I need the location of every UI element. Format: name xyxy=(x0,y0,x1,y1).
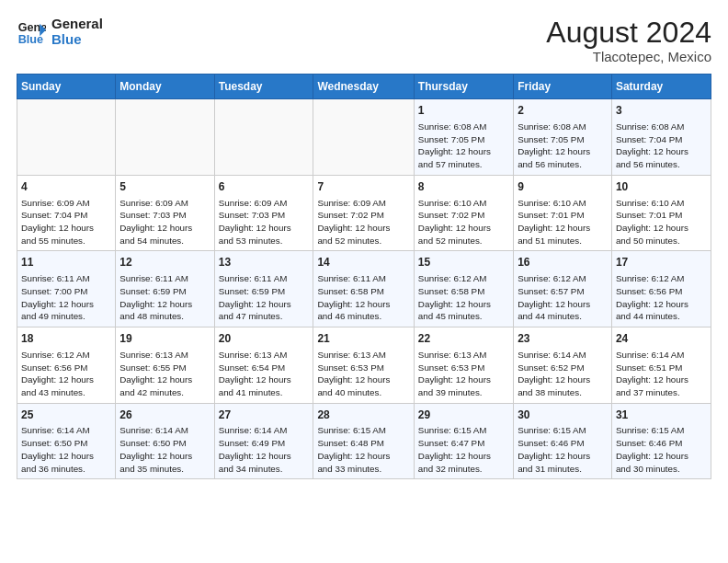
day-cell xyxy=(116,99,214,176)
day-cell: 26Sunrise: 6:14 AM Sunset: 6:50 PM Dayli… xyxy=(116,403,214,479)
day-info: Sunrise: 6:13 AM Sunset: 6:55 PM Dayligh… xyxy=(119,349,210,399)
logo-blue: Blue xyxy=(51,32,103,48)
day-info: Sunrise: 6:14 AM Sunset: 6:50 PM Dayligh… xyxy=(119,424,210,475)
day-info: Sunrise: 6:08 AM Sunset: 7:05 PM Dayligh… xyxy=(418,121,509,171)
day-cell xyxy=(17,99,116,176)
calendar-table: SundayMondayTuesdayWednesdayThursdayFrid… xyxy=(17,74,711,479)
day-cell: 23Sunrise: 6:14 AM Sunset: 6:52 PM Dayli… xyxy=(514,327,612,404)
day-number: 3 xyxy=(616,103,707,119)
day-number: 15 xyxy=(418,255,509,270)
day-number: 22 xyxy=(418,331,509,347)
day-cell: 1Sunrise: 6:08 AM Sunset: 7:05 PM Daylig… xyxy=(414,99,513,176)
day-number: 9 xyxy=(518,179,608,195)
day-info: Sunrise: 6:14 AM Sunset: 6:49 PM Dayligh… xyxy=(219,424,310,475)
day-number: 30 xyxy=(518,408,608,423)
day-cell: 7Sunrise: 6:09 AM Sunset: 7:02 PM Daylig… xyxy=(313,175,414,251)
day-info: Sunrise: 6:10 AM Sunset: 7:01 PM Dayligh… xyxy=(518,197,608,247)
day-number: 11 xyxy=(21,255,111,270)
weekday-header-thursday: Thursday xyxy=(414,75,513,99)
day-number: 12 xyxy=(119,255,210,270)
day-number: 27 xyxy=(219,408,310,423)
day-cell: 15Sunrise: 6:12 AM Sunset: 6:58 PM Dayli… xyxy=(414,251,513,327)
day-cell xyxy=(214,99,313,176)
day-cell: 25Sunrise: 6:14 AM Sunset: 6:50 PM Dayli… xyxy=(17,403,116,479)
day-cell: 20Sunrise: 6:13 AM Sunset: 6:54 PM Dayli… xyxy=(214,327,313,404)
day-cell: 8Sunrise: 6:10 AM Sunset: 7:02 PM Daylig… xyxy=(414,175,513,251)
day-number: 5 xyxy=(119,179,210,195)
day-cell: 11Sunrise: 6:11 AM Sunset: 7:00 PM Dayli… xyxy=(17,251,116,327)
day-cell: 14Sunrise: 6:11 AM Sunset: 6:58 PM Dayli… xyxy=(313,251,414,327)
day-info: Sunrise: 6:11 AM Sunset: 6:59 PM Dayligh… xyxy=(219,272,310,323)
day-info: Sunrise: 6:15 AM Sunset: 6:46 PM Dayligh… xyxy=(616,424,707,475)
day-cell: 13Sunrise: 6:11 AM Sunset: 6:59 PM Dayli… xyxy=(214,251,313,327)
day-cell: 17Sunrise: 6:12 AM Sunset: 6:56 PM Dayli… xyxy=(611,251,711,327)
day-info: Sunrise: 6:08 AM Sunset: 7:05 PM Dayligh… xyxy=(518,121,608,171)
day-cell: 31Sunrise: 6:15 AM Sunset: 6:46 PM Dayli… xyxy=(611,403,711,479)
day-cell: 2Sunrise: 6:08 AM Sunset: 7:05 PM Daylig… xyxy=(514,99,612,176)
weekday-header-friday: Friday xyxy=(514,75,612,99)
day-info: Sunrise: 6:11 AM Sunset: 6:58 PM Dayligh… xyxy=(317,272,409,323)
day-number: 4 xyxy=(21,179,111,195)
day-info: Sunrise: 6:10 AM Sunset: 7:02 PM Dayligh… xyxy=(418,197,509,247)
page: General Blue General Blue August 2024 Tl… xyxy=(0,0,728,490)
weekday-header-tuesday: Tuesday xyxy=(214,75,313,99)
day-number: 29 xyxy=(418,408,509,423)
day-info: Sunrise: 6:09 AM Sunset: 7:04 PM Dayligh… xyxy=(21,197,111,247)
day-cell: 27Sunrise: 6:14 AM Sunset: 6:49 PM Dayli… xyxy=(214,403,313,479)
day-number: 25 xyxy=(21,408,111,423)
day-cell: 3Sunrise: 6:08 AM Sunset: 7:04 PM Daylig… xyxy=(611,99,711,176)
day-info: Sunrise: 6:12 AM Sunset: 6:58 PM Dayligh… xyxy=(418,272,509,323)
weekday-header-saturday: Saturday xyxy=(611,75,711,99)
location: Tlacotepec, Mexico xyxy=(546,49,711,64)
day-info: Sunrise: 6:13 AM Sunset: 6:54 PM Dayligh… xyxy=(219,349,310,399)
day-number: 19 xyxy=(119,331,210,347)
header: General Blue General Blue August 2024 Tl… xyxy=(17,17,711,64)
day-number: 17 xyxy=(616,255,707,270)
day-cell: 16Sunrise: 6:12 AM Sunset: 6:57 PM Dayli… xyxy=(514,251,612,327)
weekday-header-monday: Monday xyxy=(116,75,214,99)
day-number: 23 xyxy=(518,331,608,347)
day-info: Sunrise: 6:11 AM Sunset: 6:59 PM Dayligh… xyxy=(119,272,210,323)
day-number: 16 xyxy=(518,255,608,270)
day-number: 2 xyxy=(518,103,608,119)
day-info: Sunrise: 6:15 AM Sunset: 6:46 PM Dayligh… xyxy=(518,424,608,475)
month-year: August 2024 xyxy=(546,17,711,49)
day-info: Sunrise: 6:09 AM Sunset: 7:03 PM Dayligh… xyxy=(119,197,210,247)
day-number: 1 xyxy=(418,103,509,119)
day-number: 21 xyxy=(317,331,409,347)
day-info: Sunrise: 6:08 AM Sunset: 7:04 PM Dayligh… xyxy=(616,121,707,171)
day-number: 31 xyxy=(616,408,707,423)
day-cell: 12Sunrise: 6:11 AM Sunset: 6:59 PM Dayli… xyxy=(116,251,214,327)
day-number: 18 xyxy=(21,331,111,347)
day-info: Sunrise: 6:09 AM Sunset: 7:02 PM Dayligh… xyxy=(317,197,409,247)
day-number: 28 xyxy=(317,408,409,423)
day-cell xyxy=(313,99,414,176)
day-info: Sunrise: 6:11 AM Sunset: 7:00 PM Dayligh… xyxy=(21,272,111,323)
day-info: Sunrise: 6:14 AM Sunset: 6:52 PM Dayligh… xyxy=(518,349,608,399)
day-cell: 28Sunrise: 6:15 AM Sunset: 6:48 PM Dayli… xyxy=(313,403,414,479)
week-row-5: 25Sunrise: 6:14 AM Sunset: 6:50 PM Dayli… xyxy=(17,403,711,479)
day-cell: 21Sunrise: 6:13 AM Sunset: 6:53 PM Dayli… xyxy=(313,327,414,404)
day-info: Sunrise: 6:13 AM Sunset: 6:53 PM Dayligh… xyxy=(317,349,409,399)
day-cell: 18Sunrise: 6:12 AM Sunset: 6:56 PM Dayli… xyxy=(17,327,116,404)
weekday-header-wednesday: Wednesday xyxy=(313,75,414,99)
week-row-1: 1Sunrise: 6:08 AM Sunset: 7:05 PM Daylig… xyxy=(17,99,711,176)
day-cell: 5Sunrise: 6:09 AM Sunset: 7:03 PM Daylig… xyxy=(116,175,214,251)
day-cell: 24Sunrise: 6:14 AM Sunset: 6:51 PM Dayli… xyxy=(611,327,711,404)
day-cell: 4Sunrise: 6:09 AM Sunset: 7:04 PM Daylig… xyxy=(17,175,116,251)
weekday-header-row: SundayMondayTuesdayWednesdayThursdayFrid… xyxy=(17,75,711,99)
week-row-3: 11Sunrise: 6:11 AM Sunset: 7:00 PM Dayli… xyxy=(17,251,711,327)
day-cell: 22Sunrise: 6:13 AM Sunset: 6:53 PM Dayli… xyxy=(414,327,513,404)
day-number: 26 xyxy=(119,408,210,423)
day-info: Sunrise: 6:15 AM Sunset: 6:48 PM Dayligh… xyxy=(317,424,409,475)
day-cell: 10Sunrise: 6:10 AM Sunset: 7:01 PM Dayli… xyxy=(611,175,711,251)
day-number: 6 xyxy=(219,179,310,195)
weekday-header-sunday: Sunday xyxy=(17,75,116,99)
day-info: Sunrise: 6:13 AM Sunset: 6:53 PM Dayligh… xyxy=(418,349,509,399)
day-info: Sunrise: 6:14 AM Sunset: 6:50 PM Dayligh… xyxy=(21,424,111,475)
day-number: 7 xyxy=(317,179,409,195)
day-number: 8 xyxy=(418,179,509,195)
logo: General Blue General Blue xyxy=(17,17,103,47)
day-info: Sunrise: 6:14 AM Sunset: 6:51 PM Dayligh… xyxy=(616,349,707,399)
week-row-4: 18Sunrise: 6:12 AM Sunset: 6:56 PM Dayli… xyxy=(17,327,711,404)
